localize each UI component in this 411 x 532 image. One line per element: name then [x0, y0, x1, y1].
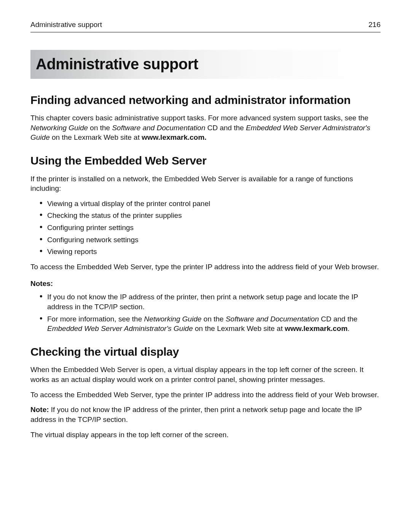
page-number: 216: [368, 20, 381, 30]
chapter-title-band: Administrative support: [30, 50, 381, 79]
list-item: Viewing reports: [40, 247, 381, 257]
section-3-p4: The virtual display appears in the top l…: [30, 430, 381, 440]
list-item: Configuring network settings: [40, 235, 381, 245]
notes-label: Notes:: [30, 279, 381, 289]
list-item: Configuring printer settings: [40, 223, 381, 233]
section-2-bullets: Viewing a virtual display of the printer…: [30, 199, 381, 257]
section-3-p3: Note: If you do not know the IP address …: [30, 405, 381, 424]
section-heading-3: Checking the virtual display: [30, 344, 381, 360]
section-heading-1: Finding advanced networking and administ…: [30, 93, 381, 108]
list-item: Checking the status of the printer suppl…: [40, 211, 381, 220]
section-2-intro: If the printer is installed on a network…: [30, 174, 381, 193]
page-header: Administrative support 216: [30, 20, 381, 32]
running-title: Administrative support: [30, 20, 102, 30]
section-3-p2: To access the Embedded Web Server, type …: [30, 390, 381, 400]
list-item: Viewing a virtual display of the printer…: [40, 199, 381, 209]
list-item: For more information, see the Networking…: [40, 314, 381, 334]
list-item: If you do not know the IP address of the…: [40, 292, 381, 312]
section-2-access: To access the Embedded Web Server, type …: [30, 262, 381, 272]
section-3-p1: When the Embedded Web Server is open, a …: [30, 365, 381, 384]
section-2-notes: If you do not know the IP address of the…: [30, 292, 381, 334]
chapter-title: Administrative support: [36, 54, 375, 74]
section-heading-2: Using the Embedded Web Server: [30, 153, 381, 169]
section-1-paragraph: This chapter covers basic administrative…: [30, 113, 381, 142]
